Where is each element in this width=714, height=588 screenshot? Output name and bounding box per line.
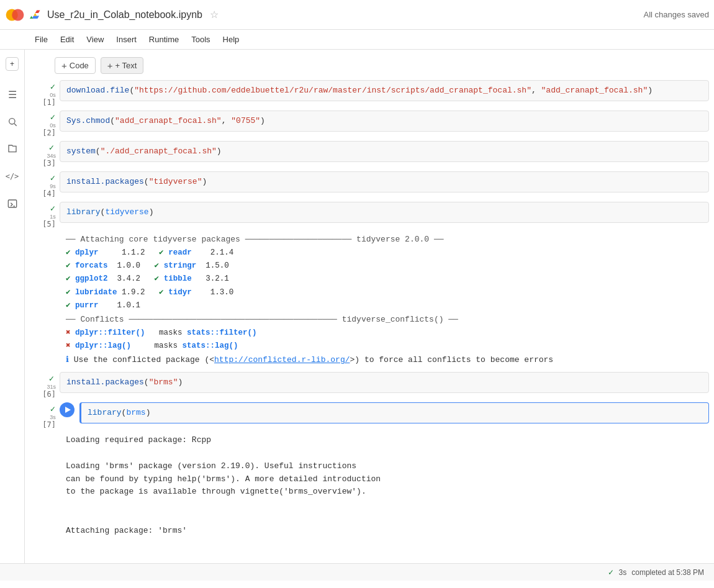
cell-7-content[interactable]: library(brms) bbox=[79, 402, 709, 423]
sidebar-toc-icon[interactable]: ☰ bbox=[4, 86, 21, 103]
svg-rect-4 bbox=[8, 200, 16, 207]
plus-icon-code: + bbox=[61, 60, 67, 71]
cell-2-gutter: ✓ 0s [2] bbox=[25, 111, 60, 137]
cell-1-time: 0s bbox=[50, 92, 56, 98]
menu-file[interactable]: File bbox=[30, 34, 53, 45]
cell-7-status: ✓ 3s bbox=[50, 405, 56, 420]
menu-view[interactable]: View bbox=[81, 34, 109, 45]
sidebar-search-icon[interactable] bbox=[4, 113, 21, 130]
cell-2-status: ✓ 0s bbox=[50, 113, 56, 129]
text-label: + Text bbox=[115, 61, 137, 70]
add-text-button[interactable]: + + Text bbox=[101, 57, 144, 74]
cell-6-number: [6] bbox=[42, 390, 56, 399]
add-code-button[interactable]: + + Code bbox=[6, 57, 19, 71]
star-icon[interactable]: ☆ bbox=[210, 9, 219, 20]
main-layout: + + Code ☰ </> bbox=[0, 50, 714, 563]
cell-1-code: download.file("https://github.com/eddelb… bbox=[66, 86, 653, 95]
cell-3-status: ✓ 34s bbox=[47, 143, 56, 159]
svg-point-1 bbox=[12, 9, 24, 20]
cell-6-gutter: ✓ 31s [6] bbox=[25, 372, 60, 399]
cell-7-output-content: Loading required package: Rcpp Loading '… bbox=[60, 432, 709, 563]
colab-logo bbox=[5, 5, 25, 25]
cell-4-number: [4] bbox=[42, 189, 56, 198]
cell-3-time: 34s bbox=[47, 153, 56, 159]
cell-6-status: ✓ 31s bbox=[47, 374, 56, 390]
cell-1-content[interactable]: download.file("https://github.com/eddelb… bbox=[60, 80, 709, 101]
cell-4-gutter: ✓ 9s [4] bbox=[25, 171, 60, 198]
cell-7-run-button[interactable] bbox=[60, 402, 75, 417]
tv-header: ── Attaching core tidyverse packages ───… bbox=[66, 233, 703, 247]
cell-6-check: ✓ bbox=[48, 374, 55, 383]
cell-5-output: ── Attaching core tidyverse packages ───… bbox=[25, 231, 714, 369]
menu-runtime[interactable]: Runtime bbox=[144, 34, 184, 45]
add-code-button-top[interactable]: + Code bbox=[55, 57, 96, 74]
menu-tools[interactable]: Tools bbox=[186, 34, 215, 45]
plus-icon-text: + bbox=[107, 60, 113, 71]
cell-5-code: library(tidyverse) bbox=[66, 207, 153, 217]
cell-1-status: ✓ 0s bbox=[50, 83, 56, 98]
cell-6-time: 31s bbox=[47, 384, 56, 390]
code-label: Code bbox=[70, 61, 89, 70]
menu-help[interactable]: Help bbox=[218, 34, 245, 45]
cell-7-number: [7] bbox=[42, 420, 56, 429]
cell-7-code: library(brms) bbox=[88, 408, 150, 417]
brms-line-10 bbox=[66, 550, 703, 563]
cell-5-gutter: ✓ 1s [5] bbox=[25, 202, 60, 228]
svg-line-3 bbox=[14, 124, 17, 126]
cell-6-code: install.packages("brms") bbox=[66, 378, 183, 387]
cell-1-check: ✓ bbox=[50, 83, 56, 91]
cell-3-gutter: ✓ 34s [3] bbox=[25, 141, 60, 168]
sidebar-files-icon[interactable] bbox=[4, 140, 21, 158]
cell-1: ✓ 0s [1] download.file("https://github.c… bbox=[25, 79, 714, 108]
cell-3-content[interactable]: system("./add_cranapt_focal.sh") bbox=[60, 141, 709, 162]
brms-line-9 bbox=[66, 538, 703, 551]
plus-code-icon: + bbox=[10, 60, 14, 68]
tv-conflicts: ✖ dplyr::filter() masks stats::filter() … bbox=[66, 327, 703, 353]
status-check: ✓ bbox=[608, 568, 614, 577]
menu-bar: File Edit View Insert Runtime Tools Help bbox=[0, 30, 714, 50]
menu-insert[interactable]: Insert bbox=[111, 34, 142, 45]
notebook-area: + Code + + Text ✓ 0s [1] download.file("… bbox=[25, 50, 714, 563]
cell-3: ✓ 34s [3] system("./add_cranapt_focal.sh… bbox=[25, 140, 714, 169]
cell-4: ✓ 9s [4] install.packages("tidyverse") bbox=[25, 170, 714, 199]
cell-5-time: 1s bbox=[50, 214, 56, 220]
brms-line-1: Loading required package: Rcpp bbox=[66, 434, 703, 447]
svg-point-2 bbox=[9, 119, 14, 124]
cell-7-check: ✓ bbox=[50, 405, 56, 414]
cell-5-check: ✓ bbox=[50, 204, 56, 213]
cell-2-content[interactable]: Sys.chmod("add_cranapt_focal.sh", "0755"… bbox=[60, 111, 709, 132]
tv-packages: ✔ dplyr 1.1.2 ✔ readr 2.1.4 ✔ forcats 1.… bbox=[66, 247, 703, 312]
cell-5-content[interactable]: library(tidyverse) bbox=[60, 202, 709, 223]
cell-4-content[interactable]: install.packages("tidyverse") bbox=[60, 171, 709, 192]
brms-line-4: can be found by typing help('brms'). A m… bbox=[66, 473, 703, 486]
cell-6-content[interactable]: install.packages("brms") bbox=[60, 372, 709, 393]
notebook-title: Use_r2u_in_Colab_notebook.ipynb bbox=[47, 9, 202, 20]
cell-1-number: [1] bbox=[42, 98, 56, 107]
sidebar-code-icon[interactable]: </> bbox=[4, 168, 21, 185]
cell-7: ✓ 3s [7] library(brms) bbox=[25, 401, 714, 430]
cell-4-code: install.packages("tidyverse") bbox=[66, 177, 207, 186]
cell-4-time: 9s bbox=[50, 183, 56, 189]
tv-info: ℹ Use the conflicted package (<http://co… bbox=[66, 354, 703, 367]
cell-2-number: [2] bbox=[42, 129, 56, 137]
cell-3-number: [3] bbox=[42, 159, 56, 168]
cell-7-output: Loading required package: Rcpp Loading '… bbox=[25, 432, 714, 563]
cell-5-output-content: ── Attaching core tidyverse packages ───… bbox=[60, 231, 709, 369]
status-bar: ✓ 3s completed at 5:38 PM bbox=[0, 563, 714, 581]
brms-line-2 bbox=[66, 447, 703, 460]
cell-2-check: ✓ bbox=[50, 113, 56, 122]
sidebar-terminal-icon[interactable] bbox=[4, 195, 21, 212]
cell-2-time: 0s bbox=[50, 122, 56, 129]
cell-7-time: 3s bbox=[50, 414, 56, 420]
menu-edit[interactable]: Edit bbox=[55, 34, 79, 45]
brms-line-5: to the package is available through vign… bbox=[66, 486, 703, 499]
tv-conflicts-header: ── Conflicts ───────────────────────────… bbox=[66, 314, 703, 327]
cell-5: ✓ 1s [5] library(tidyverse) bbox=[25, 201, 714, 230]
cell-5-number: [5] bbox=[42, 220, 56, 228]
brms-line-6 bbox=[66, 499, 703, 512]
drive-icon bbox=[30, 9, 41, 20]
cell-3-check: ✓ bbox=[48, 143, 55, 152]
cell-2-code: Sys.chmod("add_cranapt_focal.sh", "0755"… bbox=[66, 116, 265, 125]
cell-3-code: system("./add_cranapt_focal.sh") bbox=[66, 147, 222, 156]
left-sidebar: + + Code ☰ </> bbox=[0, 50, 25, 563]
